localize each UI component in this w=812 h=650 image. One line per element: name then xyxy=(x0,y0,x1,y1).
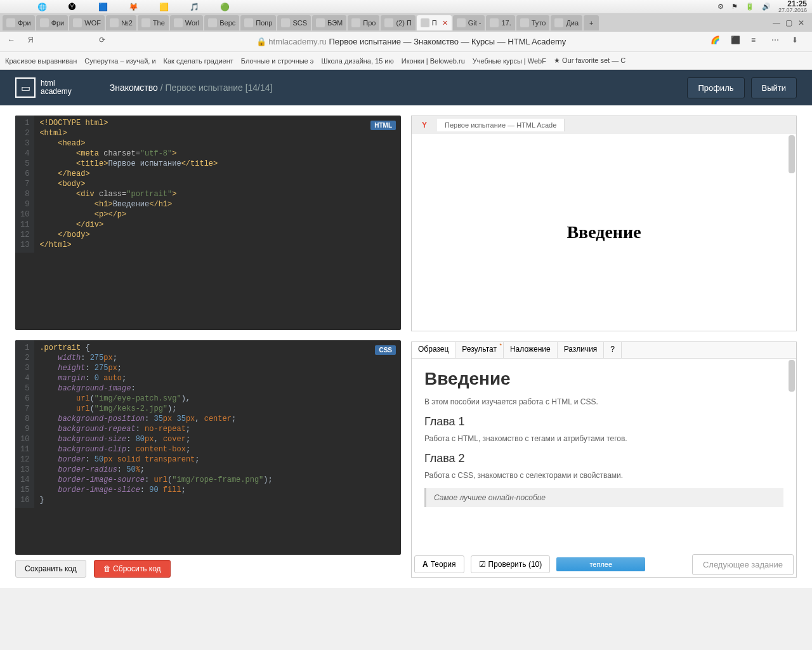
browser-tab[interactable]: БЭМ xyxy=(312,15,346,30)
app-header: ▭ html academy Знакомство / Первое испыт… xyxy=(0,70,812,105)
browser-tab[interactable]: Фри xyxy=(3,15,35,30)
close-icon[interactable]: ✕ xyxy=(798,18,807,27)
theory-button[interactable]: A Теория xyxy=(414,555,464,573)
browser-tab[interactable]: Про xyxy=(348,15,379,30)
preview-tab: Первое испытание — HTML Acade xyxy=(437,119,565,131)
new-tab-button[interactable]: + xyxy=(584,15,599,30)
profile-button[interactable]: Профиль xyxy=(687,77,744,98)
clock[interactable]: 21:25 27.07.2016 xyxy=(778,0,807,13)
browser-tab[interactable]: Диа xyxy=(551,15,582,30)
tab-sample[interactable]: Образец xyxy=(412,342,455,358)
tab-overlay[interactable]: Наложение xyxy=(504,342,558,358)
browser-tab[interactable]: Worl xyxy=(170,15,203,30)
extension-icon[interactable]: 🌈 xyxy=(710,36,723,48)
itunes-icon[interactable]: 🎵 xyxy=(188,1,200,13)
menu-icon[interactable]: ≡ xyxy=(751,36,764,48)
browser-tab[interactable]: (2) П xyxy=(381,15,415,30)
bookmark-item[interactable]: Как сделать градиент xyxy=(164,57,233,65)
save-code-button[interactable]: Сохранить код xyxy=(15,560,86,578)
extension-icon[interactable]: ⬛ xyxy=(731,36,743,48)
result-quote: Самое лучшее онлайн-пособие xyxy=(424,488,783,507)
apple-icon[interactable] xyxy=(5,1,18,13)
yandex-logo-icon[interactable]: Я xyxy=(28,36,41,48)
browser-tab[interactable]: Попр xyxy=(240,15,276,30)
browser-tab-active[interactable]: П✕ xyxy=(417,15,452,30)
css-editor[interactable]: CSS 12345678910111213141516 .portrait { … xyxy=(15,340,401,555)
result-h2: Глава 2 xyxy=(424,452,783,465)
result-h1: Введение xyxy=(424,369,783,389)
url-field[interactable]: 🔒 htmlacademy.ru Первое испытание — Знак… xyxy=(119,37,703,46)
line-gutter: 12345678910111213141516 xyxy=(15,340,34,508)
preview-panel: Y Первое испытание — HTML Acade Введение xyxy=(411,116,797,331)
result-h2: Глава 1 xyxy=(424,415,783,428)
preview-heading: Введение xyxy=(566,222,641,242)
browser-tab[interactable]: The xyxy=(138,15,169,30)
browser-tab[interactable]: 17. xyxy=(486,15,514,30)
result-tabs: Образец Результат* Наложение Различия ? xyxy=(412,342,796,359)
result-text: Работа с HTML, знакомство с тегами и атр… xyxy=(424,434,783,444)
more-icon[interactable]: ⋯ xyxy=(771,36,784,48)
browser-tab[interactable]: Фри xyxy=(36,15,69,30)
back-icon[interactable]: ← xyxy=(8,36,20,48)
reload-icon[interactable]: ⟳ xyxy=(99,36,112,48)
bookmarks-bar: Красивое выравниван Суперутка – изучай, … xyxy=(0,52,812,70)
css-code[interactable]: .portrait { width: 275px; height: 275px;… xyxy=(34,340,277,508)
result-text: В этом пособии изучается работа с HTML и… xyxy=(424,397,783,408)
tab-help[interactable]: ? xyxy=(604,342,622,358)
html-badge: HTML xyxy=(370,121,396,130)
next-task-button[interactable]: Следующее задание xyxy=(692,554,794,575)
yandex-icon[interactable]: 🅨 xyxy=(66,1,79,13)
bluestacks-icon[interactable]: 🟦 xyxy=(96,1,109,13)
firefox-icon[interactable]: 🦊 xyxy=(127,1,140,13)
tab-result[interactable]: Результат* xyxy=(455,342,504,358)
browser-tab[interactable]: №2 xyxy=(106,15,136,30)
progress-indicator: теплее xyxy=(556,557,645,571)
battery-icon[interactable]: 🔋 xyxy=(745,3,754,11)
browser-tabbar: Фри Фри WOF №2 The Worl Верс Попр SCS БЭ… xyxy=(0,14,812,32)
html-code[interactable]: <!DOCTYPE html> <html> <head> <meta char… xyxy=(34,116,223,253)
volume-icon[interactable]: 🔊 xyxy=(762,3,771,11)
bookmark-item[interactable]: Суперутка – изучай, и xyxy=(84,57,155,65)
scrollbar[interactable] xyxy=(789,360,795,392)
reset-code-button[interactable]: 🗑 Сбросить код xyxy=(94,560,171,578)
yandex-favicon-icon: Y xyxy=(412,121,437,129)
result-panel: Образец Результат* Наложение Различия ? … xyxy=(411,342,797,578)
bookmark-item[interactable]: Учебные курсы | WebF xyxy=(473,57,546,65)
css-badge: CSS xyxy=(375,345,396,355)
browser-tab[interactable]: Верс xyxy=(204,15,239,30)
result-text: Работа с CSS, знакомство с селекторами и… xyxy=(424,470,783,481)
tab-diff[interactable]: Различия xyxy=(558,342,605,358)
bookmark-item[interactable]: ★ Our favorite set — C xyxy=(554,56,625,65)
browser-tab[interactable]: WOF xyxy=(69,15,105,30)
logout-button[interactable]: Выйти xyxy=(751,77,797,98)
minimize-icon[interactable]: — xyxy=(773,18,782,27)
download-icon[interactable]: ⬇ xyxy=(792,36,804,48)
lock-icon: 🔒 xyxy=(256,37,266,46)
breadcrumb-link[interactable]: Знакомство xyxy=(110,83,158,93)
address-bar: ← Я ⟳ 🔒 htmlacademy.ru Первое испытание … xyxy=(0,32,812,52)
logo-icon: ▭ xyxy=(15,77,36,98)
tray-icon[interactable]: ⚙ xyxy=(717,3,724,11)
bookmark-item[interactable]: Иконки | Beloweb.ru xyxy=(402,57,465,65)
browser-tab[interactable]: Туто xyxy=(516,15,550,30)
line-gutter: 12345678910111213 xyxy=(15,116,34,253)
maximize-icon[interactable]: ▢ xyxy=(785,18,794,27)
action-bar: A Теория ☑ Проверить (10) теплее Следующ… xyxy=(412,552,796,577)
utorrent-icon[interactable]: 🟢 xyxy=(218,1,231,13)
app-logo[interactable]: ▭ html academy xyxy=(15,77,72,98)
breadcrumb: Знакомство / Первое испытание [14/14] xyxy=(110,83,273,93)
bookmark-item[interactable]: Школа дизайна, 15 ию xyxy=(321,57,393,65)
app-icon[interactable]: 🟨 xyxy=(157,1,170,13)
chrome-icon[interactable]: 🌐 xyxy=(36,1,48,13)
browser-tab[interactable]: SCS xyxy=(277,15,311,30)
browser-tab[interactable]: Git - xyxy=(453,15,485,30)
bookmark-item[interactable]: Красивое выравниван xyxy=(5,57,77,65)
flag-icon[interactable]: ⚑ xyxy=(731,3,738,11)
html-editor[interactable]: HTML 12345678910111213 <!DOCTYPE html> <… xyxy=(15,116,401,330)
check-button[interactable]: ☑ Проверить (10) xyxy=(471,555,551,573)
breadcrumb-counter: [14/14] xyxy=(246,83,273,93)
result-content: Введение В этом пособии изучается работа… xyxy=(412,359,796,552)
scrollbar[interactable] xyxy=(789,135,795,173)
macos-menubar: 🌐 🅨 🟦 🦊 🟨 🎵 🟢 ⚙ ⚑ 🔋 🔊 21:25 27.07.2016 xyxy=(0,0,812,14)
bookmark-item[interactable]: Блочные и строчные э xyxy=(241,57,314,65)
